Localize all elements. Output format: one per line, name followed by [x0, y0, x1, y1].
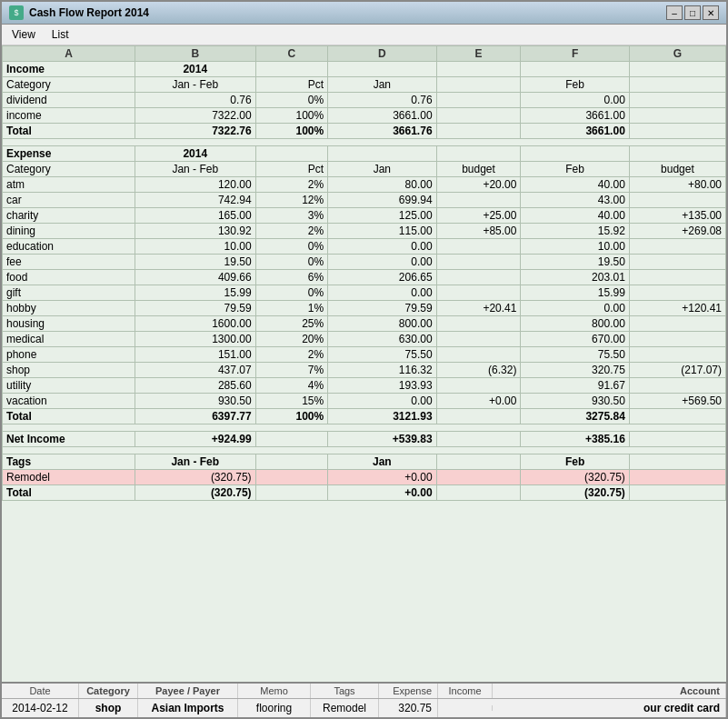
income-e-header	[436, 77, 521, 93]
income-b-header: Jan - Feb	[135, 77, 255, 93]
expense-feb-header: Feb	[521, 162, 629, 177]
income-label: Income	[3, 62, 135, 77]
table-row: food 409.66 6% 206.65 203.01	[3, 270, 726, 285]
table-row: dining 130.92 2% 115.00 +85.00 15.92 +26…	[3, 224, 726, 239]
remodel-g	[629, 470, 725, 485]
menu-view[interactable]: View	[9, 27, 38, 42]
transaction-memo: flooring	[238, 699, 311, 717]
account-col-header: Account	[493, 684, 726, 698]
income-pct-header: Pct	[255, 77, 328, 93]
income-income-e	[436, 108, 521, 124]
table-row: shop 437.07 7% 116.32 (6.32) 320.75 (217…	[3, 363, 726, 378]
window-controls: – □ ✕	[666, 5, 719, 20]
income-total-g	[629, 124, 725, 139]
tags-total-g	[629, 485, 725, 501]
remodel-cat: Remodel	[3, 470, 135, 485]
tags-col-header: Tags	[311, 684, 379, 698]
income-col-header: Income	[438, 684, 493, 698]
income-total-d: 3661.76	[328, 124, 436, 139]
close-button[interactable]: ✕	[703, 5, 719, 20]
income-income-cat: income	[3, 108, 135, 124]
remodel-e	[436, 470, 521, 485]
table-row: charity 165.00 3% 125.00 +25.00 40.00 +1…	[3, 208, 726, 224]
maximize-button[interactable]: □	[684, 5, 701, 20]
remodel-row: Remodel (320.75) +0.00 (320.75)	[3, 470, 726, 485]
table-row: hobby 79.59 1% 79.59 +20.41 0.00 +120.41	[3, 301, 726, 316]
income-dividend-e	[436, 93, 521, 108]
table-row: housing 1600.00 25% 800.00 800.00	[3, 316, 726, 332]
income-year: 2014	[135, 62, 255, 77]
income-section-header: Income 2014	[3, 62, 726, 77]
income-income-g	[629, 108, 725, 124]
income-d	[328, 62, 436, 77]
report-table: A B C D E F G Income 2014 Category	[2, 45, 726, 501]
income-dividend-g	[629, 93, 725, 108]
transaction-expense: 320.75	[379, 699, 438, 717]
transaction-tags: Remodel	[311, 699, 379, 717]
net-income-b: +924.99	[135, 432, 255, 447]
tags-total-d: +0.00	[328, 485, 436, 501]
income-total-c: 100%	[255, 124, 328, 139]
col-e-header: E	[436, 46, 521, 62]
income-e	[436, 62, 521, 77]
table-row: utility 285.60 4% 193.93 91.67	[3, 378, 726, 394]
tags-total-f: (320.75)	[521, 485, 629, 501]
income-dividend-c: 0%	[255, 93, 328, 108]
net-income-c	[255, 432, 328, 447]
col-g-header: G	[629, 46, 725, 62]
table-row: education 10.00 0% 0.00 10.00	[3, 239, 726, 255]
expense-budget2-header: budget	[629, 162, 725, 177]
table-row: gift 15.99 0% 0.00 15.99	[3, 285, 726, 301]
income-total-b: 7322.76	[135, 124, 255, 139]
expense-col-header: Expense	[379, 684, 438, 698]
expense-label: Expense	[3, 146, 135, 162]
income-feb-header: Feb	[521, 77, 629, 93]
tags-header-row: Tags Jan - Feb Jan Feb	[3, 454, 726, 470]
expense-g	[629, 146, 725, 162]
spacer-row	[3, 139, 726, 146]
transaction-category: shop	[79, 699, 138, 717]
expense-budget1-header: budget	[436, 162, 521, 177]
table-row: medical 1300.00 20% 630.00 670.00	[3, 332, 726, 347]
title-bar: $ Cash Flow Report 2014 – □ ✕	[2, 2, 726, 25]
col-a-header: A	[3, 46, 135, 62]
table-row: vacation 930.50 15% 0.00 +0.00 930.50 +5…	[3, 394, 726, 409]
col-f-header: F	[521, 46, 629, 62]
expense-pct-header: Pct	[255, 162, 328, 177]
expense-f	[521, 146, 629, 162]
memo-col-header: Memo	[238, 684, 311, 698]
app-icon: $	[9, 5, 24, 20]
income-c	[255, 62, 328, 77]
income-income-f: 3661.00	[521, 108, 629, 124]
expense-section-header: Expense 2014	[3, 146, 726, 162]
minimize-button[interactable]: –	[666, 5, 683, 20]
title-bar-left: $ Cash Flow Report 2014	[9, 5, 149, 20]
income-f	[521, 62, 629, 77]
remodel-d: +0.00	[328, 470, 436, 485]
tags-e	[436, 454, 521, 470]
remodel-b: (320.75)	[135, 470, 255, 485]
tags-b-header: Jan - Feb	[135, 454, 255, 470]
tags-c	[255, 454, 328, 470]
tags-f-header: Feb	[521, 454, 629, 470]
income-dividend-b: 0.76	[135, 93, 255, 108]
menu-list[interactable]: List	[49, 27, 72, 42]
expense-cat-label: Category	[3, 162, 135, 177]
expense-year: 2014	[135, 146, 255, 162]
income-g	[629, 62, 725, 77]
income-total-f: 3661.00	[521, 124, 629, 139]
spacer-2	[3, 424, 726, 432]
column-header-row: A B C D E F G	[3, 46, 726, 62]
income-cat-header: Category Jan - Feb Pct Jan Feb	[3, 77, 726, 93]
expense-d	[328, 146, 436, 162]
tags-label: Tags	[3, 454, 135, 470]
tags-total-cat: Total	[3, 485, 135, 501]
remodel-f: (320.75)	[521, 470, 629, 485]
payee-col-header: Payee / Payer	[138, 684, 238, 698]
expense-e	[436, 146, 521, 162]
expense-b-header: Jan - Feb	[135, 162, 255, 177]
table-row: fee 19.50 0% 0.00 19.50	[3, 255, 726, 270]
transaction-row: 2014-02-12 shop Asian Imports flooring R…	[2, 699, 726, 717]
net-income-label: Net Income	[3, 432, 135, 447]
expense-cat-header: Category Jan - Feb Pct Jan budget Feb bu…	[3, 162, 726, 177]
